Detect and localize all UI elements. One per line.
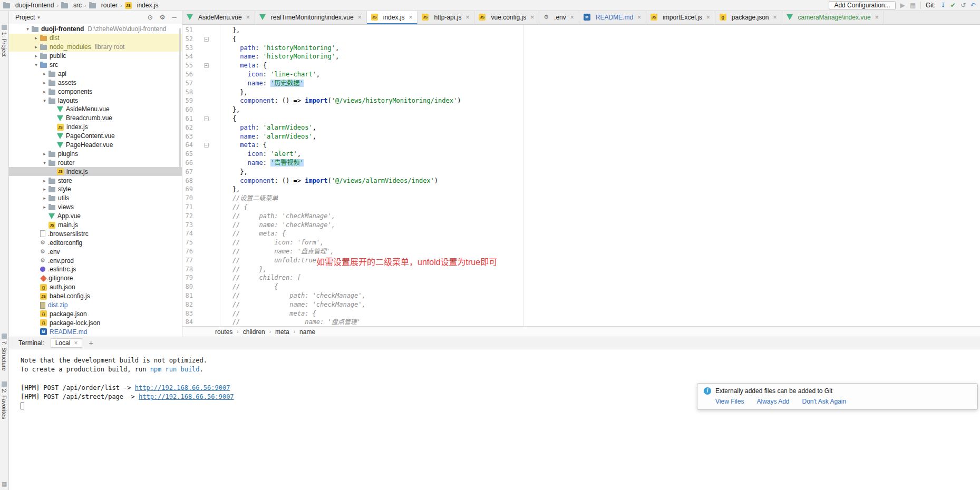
notification-action-don-t-ask-again[interactable]: Don't Ask Again [802, 398, 847, 405]
editor-breadcrumb-routes[interactable]: routes [215, 328, 232, 336]
chevron-right-icon[interactable]: ▸ [41, 204, 48, 210]
tree-item-views[interactable]: ▸views [9, 203, 182, 212]
tree-item-src[interactable]: ▾src [9, 61, 182, 70]
chevron-right-icon[interactable]: ▸ [32, 35, 40, 41]
editor-tab-http-api.js[interactable]: JShttp-api.js× [418, 11, 474, 25]
editor-tab-vue.config.js[interactable]: JSvue.config.js× [474, 11, 539, 25]
tree-item-style[interactable]: ▸style [9, 185, 182, 194]
chevron-right-icon[interactable]: ▸ [41, 151, 48, 156]
tree-item-.browserslistrc[interactable]: .browserslistrc [9, 229, 182, 238]
tree-item-store[interactable]: ▸store [9, 176, 182, 185]
editor-tab-cameraManage\index.vue[interactable]: cameraManage\index.vue× [782, 11, 884, 25]
add-configuration-button[interactable]: Add Configuration... [829, 1, 895, 10]
tree-item-node_modules[interactable]: ▸node_moduleslibrary root [9, 43, 182, 52]
tab-close-icon[interactable]: × [570, 14, 574, 21]
chevron-down-icon[interactable]: ▾ [41, 98, 48, 103]
breadcrumb-item-index.js[interactable]: JSindex.js [125, 2, 159, 9]
tree-item-assets[interactable]: ▸assets [9, 78, 182, 87]
git-rollback-icon[interactable]: ↶ [971, 2, 976, 9]
tab-close-icon[interactable]: × [773, 14, 777, 21]
tab-close-icon[interactable]: × [358, 14, 362, 21]
chevron-right-icon[interactable]: ▸ [32, 44, 40, 50]
tree-item-.editorconfig[interactable]: ⚙.editorconfig [9, 238, 182, 247]
editor-tab-package.json[interactable]: {}package.json× [715, 11, 782, 25]
terminal-link[interactable]: http://192.168.66.56:9007 [135, 384, 230, 391]
tab-close-icon[interactable]: × [246, 14, 250, 21]
tree-item-.env[interactable]: ⚙.env [9, 247, 182, 256]
chevron-down-icon[interactable]: ▾ [24, 26, 32, 32]
tree-item-components[interactable]: ▸components [9, 87, 182, 96]
editor-breadcrumb-meta[interactable]: meta [275, 328, 289, 336]
code-area[interactable]: 51 },52− {53 path: 'historyMonitoring',5… [182, 25, 980, 326]
chevron-down-icon[interactable]: ▾ [32, 62, 40, 67]
tab-close-icon[interactable]: × [637, 14, 641, 21]
project-panel-title[interactable]: Project [15, 14, 35, 21]
locate-file-icon[interactable]: ⊙ [148, 14, 153, 21]
new-terminal-icon[interactable]: + [89, 339, 93, 347]
tree-item-PageContent.vue[interactable]: PageContent.vue [9, 132, 182, 141]
editor-breadcrumb-children[interactable]: children [243, 328, 265, 336]
tab-close-icon[interactable]: × [74, 339, 77, 347]
tree-item-package.json[interactable]: {}package.json [9, 310, 182, 319]
debug-icon[interactable]: ▦ [910, 2, 916, 9]
tree-item-api[interactable]: ▸api [9, 69, 182, 78]
git-update-icon[interactable]: ↧ [940, 2, 946, 9]
fold-marker-icon[interactable]: − [204, 63, 209, 68]
terminal-tab-local[interactable]: Local × [51, 338, 83, 348]
tree-item-Breadcrumb.vue[interactable]: Breadcrumb.vue [9, 114, 182, 123]
tree-item-layouts[interactable]: ▾layouts [9, 96, 182, 105]
editor-tab-AsideMenu.vue[interactable]: AsideMenu.vue× [182, 11, 255, 25]
tree-item-plugins[interactable]: ▸plugins [9, 149, 182, 158]
tree-item-.gitignore[interactable]: .gitignore [9, 274, 182, 283]
tree-item-README.md[interactable]: MREADME.md [9, 327, 182, 336]
favorites-toolwindow-button[interactable]: 2: Favorites [1, 381, 7, 419]
tree-item-.eslintrc.js[interactable]: .eslintrc.js [9, 265, 182, 274]
tree-item-PageHeader.vue[interactable]: PageHeader.vue [9, 141, 182, 150]
chevron-right-icon[interactable]: ▸ [41, 195, 48, 201]
git-history-icon[interactable]: ↺ [960, 2, 966, 9]
tab-close-icon[interactable]: × [875, 14, 879, 21]
tab-close-icon[interactable]: × [530, 14, 534, 21]
chevron-right-icon[interactable]: ▸ [41, 178, 48, 183]
editor-tab-realTimeMonitoring\index.vue[interactable]: realTimeMonitoring\index.vue× [255, 11, 367, 25]
structure-toolwindow-button[interactable]: 7: Structure [1, 334, 7, 371]
tree-item-duoji-frontend[interactable]: ▾duoji-frontendD:\zheheWeb\duoji-fronten… [9, 25, 182, 34]
tree-item-auth.json[interactable]: {}auth.json [9, 283, 182, 292]
breadcrumb-item-src[interactable]: src [61, 2, 82, 9]
git-commit-icon[interactable]: ✔ [950, 2, 956, 9]
editor-tab-.env[interactable]: ⚙.env× [539, 11, 579, 25]
tree-item-AsideMenu.vue[interactable]: AsideMenu.vue [9, 105, 182, 114]
chevron-right-icon[interactable]: ▸ [32, 53, 40, 58]
tree-item-.env.prod[interactable]: ⚙.env.prod [9, 256, 182, 265]
editor-tab-README.md[interactable]: MREADME.md× [579, 11, 646, 25]
editor-tab-index.js[interactable]: JSindex.js× [367, 11, 418, 25]
toolwindow-switcher-icon[interactable]: ▦ [2, 481, 7, 487]
chevron-down-icon[interactable]: ▾ [41, 160, 48, 165]
chevron-right-icon[interactable]: ▸ [41, 80, 48, 85]
tab-close-icon[interactable]: × [465, 14, 469, 21]
breadcrumb-item-duoji-frontend[interactable]: duoji-frontend [3, 2, 54, 9]
project-toolwindow-button[interactable]: 1: Project [1, 25, 7, 56]
terminal-link[interactable]: http://192.168.66.56:9007 [139, 393, 234, 400]
tree-item-index.js[interactable]: JSindex.js [9, 123, 182, 132]
notification-action-view-files[interactable]: View Files [715, 398, 744, 405]
tree-item-main.js[interactable]: JSmain.js [9, 221, 182, 230]
tree-scrollbar[interactable] [179, 28, 181, 168]
breadcrumb-item-router[interactable]: router [89, 2, 118, 9]
chevron-right-icon[interactable]: ▸ [41, 71, 48, 76]
tree-item-babel.config.js[interactable]: JSbabel.config.js [9, 292, 182, 301]
chevron-down-icon[interactable]: ▾ [37, 15, 40, 20]
tree-item-router[interactable]: ▾router [9, 158, 182, 167]
run-icon[interactable]: ▶ [900, 2, 905, 9]
chevron-right-icon[interactable]: ▸ [41, 89, 48, 94]
tree-item-utils[interactable]: ▸utils [9, 194, 182, 203]
tree-item-public[interactable]: ▸public [9, 52, 182, 61]
tree-item-index.js[interactable]: JSindex.js [9, 167, 182, 176]
editor-breadcrumb-name[interactable]: name [299, 328, 315, 336]
tab-close-icon[interactable]: × [409, 14, 412, 21]
gear-icon[interactable]: ⚙ [160, 14, 166, 21]
tree-item-App.vue[interactable]: App.vue [9, 212, 182, 221]
fold-marker-icon[interactable]: − [204, 37, 209, 42]
terminal-output[interactable]: Note that the development build is not o… [9, 349, 980, 490]
notification-action-always-add[interactable]: Always Add [756, 398, 789, 405]
